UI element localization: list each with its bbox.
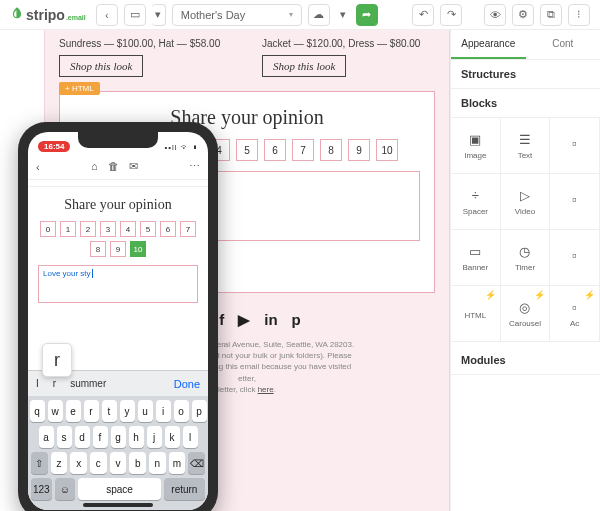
facebook-icon[interactable]: f [219, 311, 224, 329]
key-z[interactable]: z [51, 452, 68, 474]
key-k[interactable]: k [165, 426, 180, 448]
key-x[interactable]: x [70, 452, 87, 474]
key-space[interactable]: space [78, 478, 161, 500]
rating-7[interactable]: 7 [292, 139, 314, 161]
key-c[interactable]: c [90, 452, 107, 474]
code-button[interactable]: ⁝ [568, 4, 590, 26]
block-icon: ▷ [520, 188, 530, 203]
key-return[interactable]: return [164, 478, 205, 500]
pinterest-icon[interactable]: p [292, 311, 301, 329]
shop-button[interactable]: Shop this look [59, 55, 143, 77]
shop-button[interactable]: Shop this look [262, 55, 346, 77]
key-e[interactable]: e [66, 400, 81, 422]
block-html[interactable]: ⚡HTML [451, 286, 501, 342]
rating-9[interactable]: 9 [348, 139, 370, 161]
block-text[interactable]: ☰Text [501, 118, 551, 174]
suggestion[interactable]: I [36, 378, 39, 389]
block-item[interactable]: ▫ [550, 118, 600, 174]
key-r[interactable]: r [84, 400, 99, 422]
device-button[interactable]: ▭ [124, 4, 146, 26]
mail-body[interactable]: Share your opinion 012345678910 Love you… [28, 180, 208, 370]
phone-rating-9[interactable]: 9 [110, 241, 126, 257]
modules-header[interactable]: Modules [451, 346, 600, 375]
copy-button[interactable]: ⧉ [540, 4, 562, 26]
settings-button[interactable]: ⚙ [512, 4, 534, 26]
youtube-icon[interactable]: ▶ [238, 311, 250, 329]
mail-icon[interactable]: ✉ [129, 160, 138, 173]
key-v[interactable]: v [110, 452, 127, 474]
phone-rating-1[interactable]: 1 [60, 221, 76, 237]
key-o[interactable]: o [174, 400, 189, 422]
key-☺[interactable]: ☺ [55, 478, 76, 500]
undo-button[interactable]: ↶ [412, 4, 434, 26]
key-q[interactable]: q [30, 400, 45, 422]
key-⌫[interactable]: ⌫ [188, 452, 205, 474]
key-l[interactable]: l [183, 426, 198, 448]
block-carousel[interactable]: ⚡◎Carousel [501, 286, 551, 342]
phone-rating-3[interactable]: 3 [100, 221, 116, 237]
preview-button[interactable]: 👁 [484, 4, 506, 26]
phone-rating-2[interactable]: 2 [80, 221, 96, 237]
block-image[interactable]: ▣Image [451, 118, 501, 174]
key-m[interactable]: m [169, 452, 186, 474]
trash-icon[interactable]: 🗑 [108, 160, 119, 173]
phone-rating-0[interactable]: 0 [40, 221, 56, 237]
key-b[interactable]: b [129, 452, 146, 474]
archive-icon[interactable]: ⌂ [91, 160, 98, 173]
block-timer[interactable]: ◷Timer [501, 230, 551, 286]
phone-rating-6[interactable]: 6 [160, 221, 176, 237]
suggestion[interactable]: summer [70, 378, 106, 389]
suggestion[interactable]: r [53, 378, 56, 389]
phone-rating-7[interactable]: 7 [180, 221, 196, 237]
phone-rating-5[interactable]: 5 [140, 221, 156, 237]
key-d[interactable]: d [75, 426, 90, 448]
tab-content[interactable]: Cont [526, 30, 601, 59]
block-item[interactable]: ▫ [550, 230, 600, 286]
keyboard-done-button[interactable]: Done [174, 378, 200, 390]
rating-10[interactable]: 10 [376, 139, 398, 161]
phone-keyboard[interactable]: qwertyuiop asdfghjkl ⇧zxcvbnm⌫ 123☺space… [28, 396, 208, 510]
blocks-header[interactable]: Blocks [451, 89, 600, 118]
block-video[interactable]: ▷Video [501, 174, 551, 230]
key-u[interactable]: u [138, 400, 153, 422]
rating-6[interactable]: 6 [264, 139, 286, 161]
tab-appearance[interactable]: Appearance [451, 30, 526, 59]
footer-here-link[interactable]: here [258, 385, 274, 394]
rating-5[interactable]: 5 [236, 139, 258, 161]
key-w[interactable]: w [48, 400, 63, 422]
home-bar[interactable] [83, 503, 153, 507]
block-banner[interactable]: ▭Banner [451, 230, 501, 286]
key-t[interactable]: t [102, 400, 117, 422]
key-p[interactable]: p [192, 400, 207, 422]
share-button[interactable]: ➦ [356, 4, 378, 26]
rating-8[interactable]: 8 [320, 139, 342, 161]
key-f[interactable]: f [93, 426, 108, 448]
cloud-caret-button[interactable]: ▾ [336, 4, 350, 26]
back-button[interactable]: ‹ [96, 4, 118, 26]
more-icon[interactable]: ⋯ [189, 160, 200, 173]
key-i[interactable]: i [156, 400, 171, 422]
key-s[interactable]: s [57, 426, 72, 448]
key-h[interactable]: h [129, 426, 144, 448]
key-g[interactable]: g [111, 426, 126, 448]
block-spacer[interactable]: ÷Spacer [451, 174, 501, 230]
key-n[interactable]: n [149, 452, 166, 474]
linkedin-icon[interactable]: in [264, 311, 277, 329]
phone-rating-10[interactable]: 10 [130, 241, 146, 257]
redo-button[interactable]: ↷ [440, 4, 462, 26]
key-j[interactable]: j [147, 426, 162, 448]
project-select[interactable]: Mother's Day ▾ [172, 4, 302, 26]
phone-rating-4[interactable]: 4 [120, 221, 136, 237]
block-ac[interactable]: ⚡▫Ac [550, 286, 600, 342]
key-a[interactable]: a [39, 426, 54, 448]
structures-header[interactable]: Structures [451, 60, 600, 89]
phone-rating-8[interactable]: 8 [90, 241, 106, 257]
block-item[interactable]: ▫ [550, 174, 600, 230]
mail-back-icon[interactable]: ‹ [36, 161, 40, 173]
cloud-save-button[interactable]: ☁ [308, 4, 330, 26]
key-123[interactable]: 123 [31, 478, 52, 500]
phone-comment-input[interactable]: Love your sty [38, 265, 198, 303]
key-⇧[interactable]: ⇧ [31, 452, 48, 474]
key-y[interactable]: y [120, 400, 135, 422]
device-caret-button[interactable]: ▾ [152, 4, 166, 26]
